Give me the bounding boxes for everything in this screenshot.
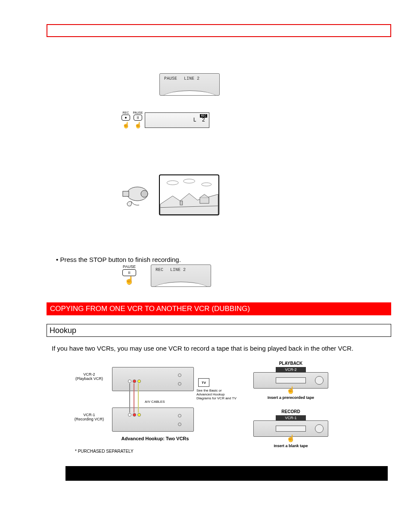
section-header-text: COPYING FROM ONE VCR TO ANOTHER VCR (DUB… xyxy=(50,305,250,313)
rec-button-diagram: REC ● ☝ xyxy=(121,111,131,129)
tv-icon: TV xyxy=(198,378,209,387)
osd-text-rec: REC xyxy=(156,268,163,272)
instruction-stop: • Press the STOP button to finish record… xyxy=(56,256,181,263)
pause-button-diagram-2: PAUSE II ☝ xyxy=(121,264,138,285)
pause-caption-2: PAUSE xyxy=(121,264,138,269)
svg-rect-7 xyxy=(180,201,183,205)
av-cables-label: A/V CABLES xyxy=(145,400,165,404)
vcr2-label: VCR-2 (Playback VCR) xyxy=(69,372,109,381)
press-hand-icon: ☝ xyxy=(122,121,130,128)
top-accent-bar xyxy=(47,24,391,37)
pause-button-icon-2: II xyxy=(122,269,136,276)
figure-display-pause-line2: PAUSE LINE 2 xyxy=(159,73,220,96)
av-cable-icon xyxy=(134,383,134,413)
rec-button-icon: ● xyxy=(121,115,130,121)
svg-point-3 xyxy=(167,180,178,185)
jack-icon xyxy=(178,382,181,386)
figure-camcorder-scene xyxy=(118,174,219,215)
subheading-text: Hookup xyxy=(50,326,76,335)
jack-icon xyxy=(133,380,136,383)
hookup-diagram-left: VCR-2 (Playback VCR) VCR-1 (Recording VC… xyxy=(69,362,241,457)
jack-icon xyxy=(178,373,181,377)
jack-icon xyxy=(137,413,141,417)
rec-caption: REC xyxy=(121,111,131,114)
lcd-text: L 2 xyxy=(193,117,206,123)
vcr1-badge: VCR-1 xyxy=(276,415,306,420)
osd-panel: PAUSE LINE 2 xyxy=(159,73,220,96)
camcorder-icon xyxy=(118,183,153,208)
pause-button-diagram: PAUSE II ☝ xyxy=(133,111,143,129)
jack-icon xyxy=(133,413,136,417)
scene-preview xyxy=(159,174,219,215)
bottom-black-bar xyxy=(65,466,388,481)
footnote-purchased: * PURCHASED SEPARATELY xyxy=(75,449,134,454)
tape-slot-icon xyxy=(276,426,306,432)
insert-blank-label: Insert a blank tape xyxy=(246,444,336,448)
osd-panel-2: REC LINE 2 xyxy=(151,264,211,287)
pause-button-icon: II xyxy=(134,115,142,121)
jack-icon xyxy=(137,380,141,383)
svg-point-2 xyxy=(141,190,148,197)
press-hand-icon: ☝ xyxy=(134,121,142,128)
vcr1-back-panel xyxy=(112,408,194,432)
vcr2-back-panel xyxy=(112,367,194,391)
playback-label: PLAYBACK xyxy=(246,361,336,366)
figure-pause-rec-line2: PAUSE II ☝ REC LINE 2 xyxy=(121,264,211,287)
osd-text-line2: LINE 2 xyxy=(184,76,199,81)
jack-icon xyxy=(178,414,181,417)
jack-icon xyxy=(178,423,181,426)
osd-text-pause: PAUSE xyxy=(164,76,177,81)
rec-indicator: REC xyxy=(200,114,207,118)
pause-caption: PAUSE xyxy=(133,111,143,114)
press-hand-icon: ☝ xyxy=(125,276,134,285)
tv-hookup-note: See the Basic or Advanced Hookup Diagram… xyxy=(196,389,244,400)
insert-pre-label: Insert a prerecorded tape xyxy=(246,395,336,400)
av-cable-icon xyxy=(138,383,139,413)
record-label: RECORD xyxy=(246,409,336,414)
svg-rect-1 xyxy=(123,191,129,196)
tape-slot-icon xyxy=(276,377,306,383)
insert-hand-icon: ☝ xyxy=(246,386,336,394)
figure-rec-pause-lcd: REC ● ☝ PAUSE II ☝ REC L 2 xyxy=(121,111,209,129)
paragraph-dubbing-intro: If you have two VCRs, you may use one VC… xyxy=(52,345,388,352)
front-panel-lcd: REC L 2 xyxy=(145,112,209,128)
hookup-left-title: Advanced Hookup: Two VCRs xyxy=(112,436,198,441)
jack-icon xyxy=(128,413,131,417)
hookup-diagram-right: PLAYBACK VCR-2 ☝ Insert a prerecorded ta… xyxy=(246,361,336,456)
osd-text-line2-b: LINE 2 xyxy=(170,268,186,272)
paragraph-text: If you have two VCRs, you may use one VC… xyxy=(52,345,353,352)
tv-box: TV xyxy=(198,378,209,387)
vcr1-label: VCR-1 (Recording VCR) xyxy=(69,413,109,421)
instruction-stop-text: • Press the STOP button to finish record… xyxy=(56,256,181,263)
svg-point-4 xyxy=(184,179,195,184)
vcr2-badge: VCR-2 xyxy=(276,367,306,372)
section-header-dubbing: COPYING FROM ONE VCR TO ANOTHER VCR (DUB… xyxy=(47,302,391,315)
svg-rect-6 xyxy=(200,198,209,203)
insert-hand-icon: ☝ xyxy=(246,434,336,442)
svg-point-5 xyxy=(202,183,212,186)
jog-dial-icon xyxy=(315,376,324,385)
jack-icon xyxy=(128,380,131,383)
av-cable-icon xyxy=(129,383,130,413)
subheading-hookup: Hookup xyxy=(47,324,391,337)
jog-dial-icon xyxy=(315,424,324,433)
